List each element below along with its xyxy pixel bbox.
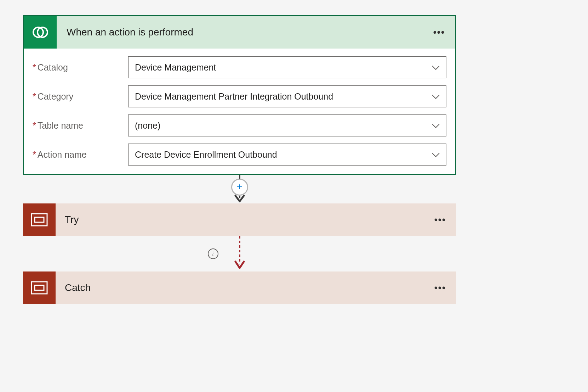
more-icon: ••• bbox=[434, 214, 446, 225]
scope-catch-label: Catch bbox=[56, 282, 424, 293]
table-name-value: (none) bbox=[135, 121, 160, 131]
catalog-value: Device Management bbox=[135, 62, 216, 73]
trigger-header[interactable]: When an action is performed ••• bbox=[24, 16, 455, 49]
trigger-title: When an action is performed bbox=[57, 27, 423, 38]
error-arrow-icon bbox=[231, 236, 248, 271]
scope-icon bbox=[23, 271, 56, 304]
svg-rect-3 bbox=[32, 214, 47, 226]
svg-rect-6 bbox=[32, 282, 47, 294]
field-label-catalog: *Catalog bbox=[33, 62, 128, 73]
chevron-down-icon bbox=[432, 150, 440, 160]
action-name-value: Create Device Enrollment Outbound bbox=[135, 150, 277, 160]
scope-catch[interactable]: Catch ••• bbox=[23, 271, 456, 304]
field-label-action-name: *Action name bbox=[33, 150, 128, 160]
category-value: Device Management Partner Integration Ou… bbox=[135, 91, 333, 102]
field-row-category: *Category Device Management Partner Inte… bbox=[33, 85, 446, 107]
field-row-catalog: *Catalog Device Management bbox=[33, 56, 446, 78]
trigger-card[interactable]: When an action is performed ••• *Catalog… bbox=[23, 15, 456, 175]
more-icon: ••• bbox=[434, 282, 446, 293]
catalog-select[interactable]: Device Management bbox=[128, 56, 446, 78]
field-label-table-name: *Table name bbox=[33, 121, 128, 131]
trigger-more-button[interactable]: ••• bbox=[423, 16, 455, 49]
connector-trigger-to-try: + bbox=[23, 175, 456, 203]
chevron-down-icon bbox=[432, 62, 440, 73]
scope-catch-more-button[interactable]: ••• bbox=[424, 271, 456, 304]
info-icon[interactable]: i bbox=[208, 248, 218, 259]
scope-try[interactable]: Try ••• bbox=[23, 203, 456, 236]
chevron-down-icon bbox=[432, 121, 440, 131]
svg-rect-7 bbox=[35, 285, 44, 290]
table-name-select[interactable]: (none) bbox=[128, 114, 446, 136]
connector-try-to-catch: i bbox=[23, 236, 456, 271]
more-icon: ••• bbox=[433, 27, 445, 38]
field-label-category: *Category bbox=[33, 91, 128, 102]
scope-try-label: Try bbox=[56, 214, 424, 225]
dataverse-icon bbox=[24, 16, 57, 49]
scope-try-more-button[interactable]: ••• bbox=[424, 203, 456, 236]
flow-canvas: When an action is performed ••• *Catalog… bbox=[0, 0, 588, 319]
field-row-table-name: *Table name (none) bbox=[33, 114, 446, 136]
action-name-select[interactable]: Create Device Enrollment Outbound bbox=[128, 144, 446, 166]
add-step-button[interactable]: + bbox=[231, 179, 248, 196]
trigger-body: *Catalog Device Management *Category Dev… bbox=[24, 49, 455, 174]
scope-icon bbox=[23, 203, 56, 236]
plus-icon: + bbox=[236, 182, 242, 192]
chevron-down-icon bbox=[432, 91, 440, 102]
field-row-action-name: *Action name Create Device Enrollment Ou… bbox=[33, 144, 446, 166]
svg-rect-4 bbox=[35, 217, 44, 222]
category-select[interactable]: Device Management Partner Integration Ou… bbox=[128, 85, 446, 107]
